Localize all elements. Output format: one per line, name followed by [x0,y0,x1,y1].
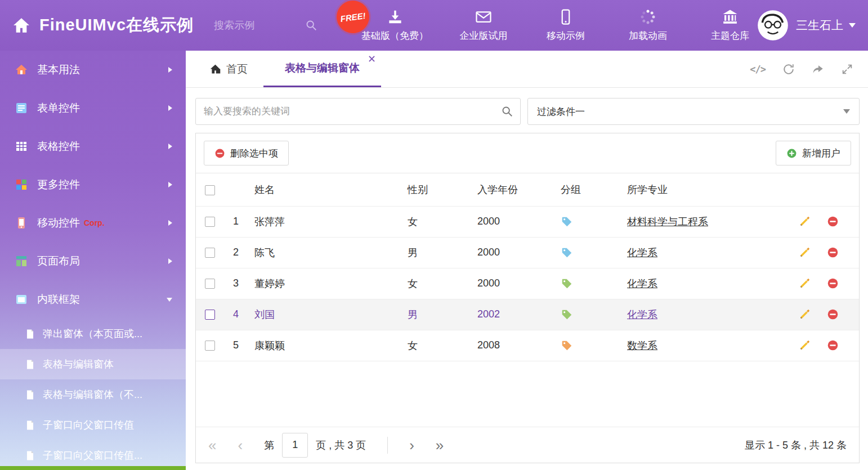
sidebar-item-page-layout[interactable]: 页面布局 [0,242,186,280]
column-header-major[interactable]: 所学专业 [621,173,775,206]
filter-dropdown[interactable]: 过滤条件一 [527,98,860,125]
keyword-search-input[interactable] [195,98,521,125]
nav-loading-animation[interactable]: 加载动画 [621,8,675,42]
column-header-group[interactable]: 分组 [555,173,621,206]
row-checkbox[interactable] [205,217,215,227]
sidebar-item-grid-controls[interactable]: 表格控件 [0,127,186,165]
search-icon[interactable] [501,105,513,118]
cell-name: 张萍萍 [249,206,402,237]
table-row[interactable]: 1 张萍萍 女 2000 材料科学与工程系 [196,206,859,237]
sidebar-bottom-strip [0,466,186,470]
pagination-bar: « ‹ 第 页 , 共 3 页 › » 显示 1 - 5 条 , 共 12 条 [196,427,859,463]
sidebar-item-more-controls[interactable]: 更多控件 [0,165,186,204]
tab-home[interactable]: 首页 [194,51,263,87]
minus-circle-icon [214,148,225,159]
search-icon[interactable] [305,19,317,32]
sidebar-item-basic-usage[interactable]: 基本用法 [0,51,186,89]
cell-year: 2000 [472,237,555,268]
edit-icon[interactable] [799,339,811,351]
source-code-icon[interactable]: </> [750,64,766,75]
tab-grid-edit-window[interactable]: 表格与编辑窗体 [263,51,381,87]
refresh-icon[interactable] [782,63,795,75]
tag-icon [561,308,621,321]
home-icon [15,63,28,77]
row-number: 5 [224,330,249,361]
file-icon [25,359,35,370]
first-page-button[interactable]: « [208,438,216,453]
chevron-right-icon [168,258,172,264]
major-link[interactable]: 数学系 [627,340,657,351]
row-checkbox[interactable] [205,310,215,320]
divider [387,437,388,454]
cell-gender: 男 [402,237,472,268]
sidebar-item-inline-frame[interactable]: 内联框架 [0,280,186,319]
table-row[interactable]: 5 康颖颖 女 2008 数学系 [196,330,859,361]
row-checkbox[interactable] [205,341,215,351]
close-icon[interactable] [369,56,375,62]
app-header: FineUIMvc在线示例 FREE! 基础版（免费） 企业版试用 [0,0,868,51]
major-link[interactable]: 化学系 [627,278,657,289]
spinner-icon [639,8,656,25]
expand-icon[interactable] [841,63,853,75]
record-summary: 显示 1 - 5 条 , 共 12 条 [745,438,847,452]
table-row[interactable]: 3 董婷婷 女 2000 化学系 [196,268,859,299]
edit-icon[interactable] [799,277,811,289]
table-header-row: 姓名 性别 入学年份 分组 所学专业 [196,173,859,206]
column-header-name[interactable]: 姓名 [249,173,402,206]
sidebar-subitem-grid-edit-window-alt[interactable]: 表格与编辑窗体（不... [0,379,186,410]
row-number: 4 [224,299,249,330]
major-link[interactable]: 化学系 [627,309,657,320]
share-icon[interactable] [812,63,824,75]
tag-icon [561,247,621,259]
home-logo-icon[interactable] [12,16,30,34]
nav-basic-free[interactable]: FREE! 基础版（免费） [361,8,428,42]
edit-icon[interactable] [799,308,811,320]
corp-badge: Corp. [84,218,105,227]
user-name: 三生石上 [796,17,843,33]
user-menu[interactable]: 三生石上 [757,10,856,41]
tag-icon [561,216,621,228]
nav-theme-repository[interactable]: 主题仓库 [703,8,757,42]
column-header-year[interactable]: 入学年份 [472,173,555,206]
row-checkbox[interactable] [205,248,215,258]
sidebar-subitem-child-to-parent[interactable]: 子窗口向父窗口传值 [0,410,186,440]
sidebar-item-mobile-controls[interactable]: 移动控件 Corp. [0,204,186,242]
tag-icon [561,339,621,352]
next-page-button[interactable]: › [409,438,414,453]
data-grid: 姓名 性别 入学年份 分组 所学专业 1 张萍萍 [196,173,859,361]
add-user-button[interactable]: 新增用户 [776,141,851,165]
bank-icon [722,8,739,25]
blocks-icon [15,178,28,191]
app-title: FineUIMvc在线示例 [39,14,194,37]
edit-icon[interactable] [799,247,811,258]
caret-down-icon [849,23,856,28]
delete-selected-button[interactable]: 删除选中项 [204,141,289,165]
last-page-button[interactable]: » [436,438,444,453]
edit-icon[interactable] [799,216,811,227]
nav-enterprise-trial[interactable]: 企业版试用 [457,8,511,42]
download-icon [387,8,404,25]
cell-gender: 女 [402,206,472,237]
table-row-selected[interactable]: 4 刘国 男 2002 化学系 [196,299,859,330]
row-number: 3 [224,268,249,299]
prev-page-button[interactable]: ‹ [238,438,243,453]
major-link[interactable]: 材料科学与工程系 [627,216,708,227]
delete-icon[interactable] [827,339,839,351]
column-header-gender[interactable]: 性别 [402,173,472,206]
delete-icon[interactable] [827,247,839,258]
table-row[interactable]: 2 陈飞 男 2000 化学系 [196,237,859,268]
row-checkbox[interactable] [205,279,215,289]
sidebar-subitem-popup-window[interactable]: 弹出窗体（本页面或... [0,319,186,349]
delete-icon[interactable] [827,277,839,289]
home-icon [209,63,221,75]
select-all-checkbox[interactable] [205,185,215,195]
nav-mobile-demo[interactable]: 移动示例 [539,8,593,42]
page-number-input[interactable] [282,433,308,458]
delete-icon[interactable] [827,308,839,320]
sidebar: 基本用法 表单控件 表格控件 更多控件 [0,51,186,470]
sidebar-subitem-grid-edit-window[interactable]: 表格与编辑窗体 [0,349,186,379]
sidebar-item-form-controls[interactable]: 表单控件 [0,89,186,127]
file-icon [25,329,35,339]
delete-icon[interactable] [827,216,839,227]
major-link[interactable]: 化学系 [627,247,657,258]
